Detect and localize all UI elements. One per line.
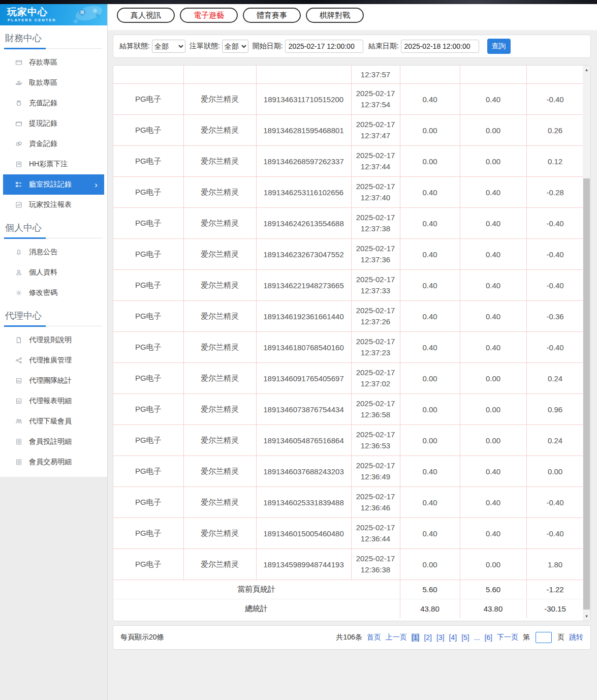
tab-sports[interactable]: 體育賽事 [243, 8, 301, 23]
bet-cell: 0.00 [400, 363, 460, 394]
prev-page-link[interactable]: 上一页 [386, 633, 407, 642]
summary-label-cell: 當前頁統計 [113, 580, 400, 599]
vertical-scrollbar[interactable]: ▲ ▼ [583, 66, 590, 621]
sidebar-item-deposit-area[interactable]: 存款專區 [0, 52, 107, 73]
app-subtitle: PLAYERS CENTER [8, 18, 56, 22]
page-link-4[interactable]: [4] [449, 633, 457, 642]
notebook-icon [15, 161, 22, 168]
sidebar-item-change-password[interactable]: 修改密碼 [0, 283, 107, 303]
page-link-2[interactable]: [2] [424, 633, 432, 642]
sidebar-item-agent-sub-members[interactable]: 代理下級會員 [0, 411, 107, 432]
valid-bet-cell: 0.40 [460, 208, 526, 239]
tab-chess-cards[interactable]: 棋牌對戰 [306, 8, 364, 23]
time-cell: 2025-02-1712:36:46 [351, 487, 400, 518]
game-cell: 爱尔兰精灵 [183, 394, 256, 425]
profit-cell: -0.40 [526, 518, 584, 549]
summary-label-cell: 總統計 [113, 599, 400, 619]
profit-cell: -0.36 [526, 301, 584, 332]
game-cell: 爱尔兰精灵 [183, 84, 256, 115]
sidebar-item-member-bet-detail[interactable]: 會員投註明細 [0, 432, 107, 452]
game-cell: 爱尔兰精灵 [183, 363, 256, 394]
sidebar-item-withdrawal-records[interactable]: 提現記錄 [0, 113, 107, 134]
page-link-6[interactable]: [6] [484, 633, 492, 642]
sidebar-item-label: 消息公告 [29, 248, 57, 257]
valid-bet-cell: 0.00 [460, 549, 526, 580]
sidebar-item-hh-lottery-bets[interactable]: HH彩票下注 [0, 154, 107, 174]
sidebar-item-agent-rules[interactable]: 代理規則說明 [0, 330, 107, 350]
vendor-cell: PG电子 [113, 425, 183, 456]
sidebar-item-label: 廳室投註記錄 [29, 180, 72, 189]
vendor-cell: PG电子 [113, 301, 183, 332]
jump-button[interactable]: 跳转 [569, 633, 583, 642]
sidebar-item-label: 代理報表明細 [29, 397, 72, 406]
tab-electronic-games[interactable]: 電子遊藝 [180, 8, 238, 23]
next-page-link[interactable]: 下一页 [497, 633, 518, 642]
vendor-cell: PG电子 [113, 394, 183, 425]
time-cell: 2025-02-1712:37:40 [351, 177, 400, 208]
sidebar-item-agent-promotion[interactable]: 代理推廣管理 [0, 350, 107, 371]
profit-cell: -0.28 [526, 177, 584, 208]
game-cell: 爱尔兰精灵 [183, 487, 256, 518]
page-link-5[interactable]: [5] [461, 633, 469, 642]
sidebar-item-withdraw-area[interactable]: 取款專區 [0, 73, 107, 93]
sidebar-item-funds-records[interactable]: 資金記錄 [0, 134, 107, 154]
first-page-link[interactable]: 首页 [367, 633, 381, 642]
sidebar-item-agent-team-stats[interactable]: 代理團隊統計 [0, 371, 107, 391]
scrollbar-thumb[interactable] [583, 178, 590, 610]
table-row: PG电子爱尔兰精灵18913460376882432032025-02-1712… [113, 456, 584, 487]
start-date-input[interactable] [285, 40, 363, 53]
bet-cell: 0.40 [400, 487, 460, 518]
order-status-select[interactable]: 全部 [222, 40, 248, 53]
bet-cell: 0.40 [400, 332, 460, 363]
profit-cell: 0.00 [526, 456, 584, 487]
sidebar-item-recharge-records[interactable]: 充值記錄 [0, 93, 107, 113]
bet-cell: 0.40 [400, 456, 460, 487]
profit-cell: 0.96 [526, 394, 584, 425]
sidebar-item-agent-report-detail[interactable]: 代理報表明細 [0, 391, 107, 411]
sidebar-item-hall-bet-records[interactable]: 廳室投註記錄› [3, 174, 104, 195]
valid-bet-cell: 0.00 [460, 363, 526, 394]
settle-status-select[interactable]: 全部 [152, 40, 185, 53]
filter-bar: 結算狀態: 全部 注單狀態: 全部 開始日期: 結束日期: 查詢 [113, 35, 591, 58]
valid-bet-cell: 0.40 [460, 332, 526, 363]
total-count-text: 共106条 [336, 633, 362, 642]
time-cell: 2025-02-1712:37:38 [351, 208, 400, 239]
sidebar-item-profile[interactable]: 個人資料 [0, 262, 107, 283]
sidebar-item-member-transaction-detail[interactable]: 會員交易明細 [0, 452, 107, 472]
summary-row: 當前頁統計5.605.60-1.22 [113, 580, 584, 599]
jump-page-input[interactable] [536, 632, 552, 643]
table-row: PG电子爱尔兰精灵18913462326730475522025-02-1712… [113, 239, 584, 270]
sidebar-item-label: 玩家投注報表 [29, 200, 72, 209]
stats-icon [15, 398, 22, 405]
page-link-1[interactable]: [1] [412, 633, 420, 642]
valid-bet-cell: 0.40 [460, 177, 526, 208]
profit-cell [526, 66, 584, 84]
tabs-band: 真人視訊電子遊藝體育賽事棋牌對戰 [108, 4, 597, 30]
bet-cell: 0.00 [400, 146, 460, 177]
end-date-input[interactable] [401, 40, 479, 53]
sidebar-item-player-bet-report[interactable]: 玩家投注報表 [0, 195, 107, 215]
game-cell: 爱尔兰精灵 [183, 549, 256, 580]
pagination-bar: 每頁顯示20條 共106条 首页 上一页 [1][2][3][4][5]...[… [113, 625, 591, 650]
profit-cell: -0.40 [526, 270, 584, 301]
bet-cell: 0.40 [400, 518, 460, 549]
tab-live-casino[interactable]: 真人視訊 [117, 8, 175, 23]
scroll-up-icon[interactable]: ▲ [583, 66, 590, 74]
valid-bet-cell: 0.00 [460, 394, 526, 425]
doc-list-icon [15, 459, 22, 466]
scroll-down-icon[interactable]: ▼ [583, 613, 590, 620]
table-row: PG电子爱尔兰精灵18913462426135546882025-02-1712… [113, 208, 584, 239]
valid-bet-cell: 0.40 [460, 487, 526, 518]
search-button[interactable]: 查詢 [487, 39, 511, 54]
sidebar-item-announcements[interactable]: 消息公告 [0, 242, 107, 262]
time-cell: 2025-02-1712:37:54 [351, 84, 400, 115]
page-link-3[interactable]: [3] [436, 633, 445, 642]
vendor-cell: PG电子 [113, 239, 183, 270]
valid-bet-total-cell: 5.60 [460, 580, 526, 599]
profit-cell: 1.80 [526, 549, 584, 580]
vendor-cell: PG电子 [113, 146, 183, 177]
bet-records-table: 12:37:57PG电子爱尔兰精灵18913463117105152002025… [113, 66, 584, 618]
valid-bet-cell: 0.40 [460, 270, 526, 301]
order-cell: 1891346091765405697 [256, 363, 351, 394]
summary-row: 總統計43.8043.80-30.15 [113, 599, 584, 619]
